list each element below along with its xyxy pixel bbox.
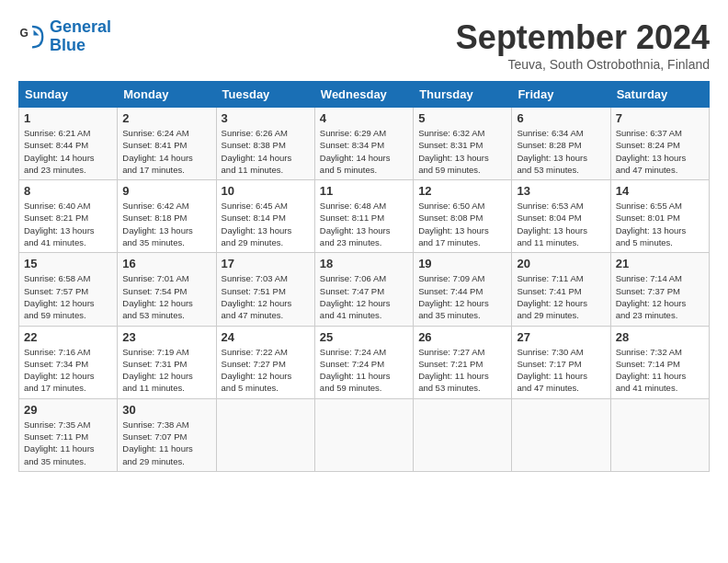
calendar-cell [216,398,314,471]
weekday-header-monday: Monday [118,82,216,108]
day-number: 15 [24,257,112,270]
calendar-cell: 11Sunrise: 6:48 AM Sunset: 8:11 PM Dayli… [314,180,413,253]
day-info: Sunrise: 7:06 AM Sunset: 7:47 PM Dayligh… [320,272,408,321]
day-info: Sunrise: 6:40 AM Sunset: 8:21 PM Dayligh… [24,200,112,248]
header: G General Blue September 2024 Teuva, Sou… [18,18,710,72]
day-number: 16 [122,257,210,270]
logo: G General Blue [18,18,111,55]
day-info: Sunrise: 7:14 AM Sunset: 7:37 PM Dayligh… [616,272,704,321]
day-number: 4 [320,111,408,125]
day-number: 18 [320,257,408,270]
day-info: Sunrise: 6:29 AM Sunset: 8:34 PM Dayligh… [320,127,408,176]
day-number: 19 [418,257,506,270]
calendar-cell: 8Sunrise: 6:40 AM Sunset: 8:21 PM Daylig… [19,180,118,253]
day-info: Sunrise: 7:01 AM Sunset: 7:54 PM Dayligh… [122,272,210,321]
day-number: 24 [222,330,310,344]
calendar-cell: 4Sunrise: 6:29 AM Sunset: 8:34 PM Daylig… [314,108,413,180]
day-info: Sunrise: 7:35 AM Sunset: 7:11 PM Dayligh… [24,419,112,467]
day-number: 6 [517,111,605,125]
day-number: 22 [24,330,112,344]
day-number: 3 [222,111,310,125]
day-number: 29 [24,403,112,417]
calendar-cell [610,398,709,471]
calendar-cell: 9Sunrise: 6:42 AM Sunset: 8:18 PM Daylig… [118,180,216,253]
day-info: Sunrise: 6:50 AM Sunset: 8:08 PM Dayligh… [418,200,506,248]
day-number: 10 [222,184,310,198]
weekday-header-friday: Friday [512,82,610,108]
calendar-cell: 5Sunrise: 6:32 AM Sunset: 8:31 PM Daylig… [414,108,512,180]
calendar-cell: 18Sunrise: 7:06 AM Sunset: 7:47 PM Dayli… [314,253,413,326]
day-info: Sunrise: 7:38 AM Sunset: 7:07 PM Dayligh… [122,419,210,467]
day-info: Sunrise: 7:11 AM Sunset: 7:41 PM Dayligh… [517,272,605,321]
day-info: Sunrise: 6:37 AM Sunset: 8:24 PM Dayligh… [616,127,704,176]
logo-text: General Blue [50,18,111,55]
calendar-header: SundayMondayTuesdayWednesdayThursdayFrid… [19,82,710,108]
calendar-cell: 3Sunrise: 6:26 AM Sunset: 8:38 PM Daylig… [216,108,314,180]
day-info: Sunrise: 6:34 AM Sunset: 8:28 PM Dayligh… [517,127,605,176]
calendar-cell: 1Sunrise: 6:21 AM Sunset: 8:44 PM Daylig… [19,108,118,180]
day-info: Sunrise: 6:21 AM Sunset: 8:44 PM Dayligh… [24,127,112,176]
day-info: Sunrise: 6:45 AM Sunset: 8:14 PM Dayligh… [222,200,310,248]
day-info: Sunrise: 6:53 AM Sunset: 8:04 PM Dayligh… [517,200,605,248]
weekday-header-tuesday: Tuesday [216,82,314,108]
calendar-cell: 30Sunrise: 7:38 AM Sunset: 7:07 PM Dayli… [118,398,216,471]
day-number: 30 [122,403,210,417]
day-info: Sunrise: 7:03 AM Sunset: 7:51 PM Dayligh… [222,272,310,321]
calendar-cell: 22Sunrise: 7:16 AM Sunset: 7:34 PM Dayli… [19,326,118,398]
day-info: Sunrise: 7:32 AM Sunset: 7:14 PM Dayligh… [616,346,704,395]
calendar-week-3: 15Sunrise: 6:58 AM Sunset: 7:57 PM Dayli… [19,253,710,326]
day-info: Sunrise: 6:58 AM Sunset: 7:57 PM Dayligh… [24,272,112,321]
day-number: 5 [418,111,506,125]
day-info: Sunrise: 6:26 AM Sunset: 8:38 PM Dayligh… [222,127,310,176]
calendar-cell: 16Sunrise: 7:01 AM Sunset: 7:54 PM Dayli… [118,253,216,326]
day-number: 23 [122,330,210,344]
day-number: 25 [320,330,408,344]
day-number: 7 [616,111,704,125]
day-number: 20 [517,257,605,270]
calendar-cell [414,398,512,471]
weekday-header-saturday: Saturday [610,82,709,108]
day-number: 9 [122,184,210,198]
day-number: 14 [616,184,704,198]
month-title: September 2024 [456,18,710,57]
day-info: Sunrise: 6:24 AM Sunset: 8:41 PM Dayligh… [122,127,210,176]
calendar-cell: 24Sunrise: 7:22 AM Sunset: 7:27 PM Dayli… [216,326,314,398]
day-info: Sunrise: 6:32 AM Sunset: 8:31 PM Dayligh… [418,127,506,176]
location-title: Teuva, South Ostrobothnia, Finland [456,57,710,72]
day-info: Sunrise: 7:09 AM Sunset: 7:44 PM Dayligh… [418,272,506,321]
calendar-cell: 7Sunrise: 6:37 AM Sunset: 8:24 PM Daylig… [610,108,709,180]
calendar-week-2: 8Sunrise: 6:40 AM Sunset: 8:21 PM Daylig… [19,180,710,253]
day-number: 27 [517,330,605,344]
calendar-cell: 27Sunrise: 7:30 AM Sunset: 7:17 PM Dayli… [512,326,610,398]
day-info: Sunrise: 7:22 AM Sunset: 7:27 PM Dayligh… [222,346,310,395]
calendar-cell [512,398,610,471]
calendar-cell: 15Sunrise: 6:58 AM Sunset: 7:57 PM Dayli… [19,253,118,326]
day-number: 28 [616,330,704,344]
svg-text:G: G [20,27,28,40]
calendar-cell: 28Sunrise: 7:32 AM Sunset: 7:14 PM Dayli… [610,326,709,398]
day-info: Sunrise: 7:24 AM Sunset: 7:24 PM Dayligh… [320,346,408,395]
calendar-cell: 14Sunrise: 6:55 AM Sunset: 8:01 PM Dayli… [610,180,709,253]
day-info: Sunrise: 7:19 AM Sunset: 7:31 PM Dayligh… [122,346,210,395]
calendar-week-1: 1Sunrise: 6:21 AM Sunset: 8:44 PM Daylig… [19,108,710,180]
weekday-header-wednesday: Wednesday [314,82,413,108]
day-number: 2 [122,111,210,125]
day-info: Sunrise: 7:16 AM Sunset: 7:34 PM Dayligh… [24,346,112,395]
day-number: 21 [616,257,704,270]
calendar-week-5: 29Sunrise: 7:35 AM Sunset: 7:11 PM Dayli… [19,398,710,471]
calendar-week-4: 22Sunrise: 7:16 AM Sunset: 7:34 PM Dayli… [19,326,710,398]
calendar-cell: 2Sunrise: 6:24 AM Sunset: 8:41 PM Daylig… [118,108,216,180]
calendar-cell: 26Sunrise: 7:27 AM Sunset: 7:21 PM Dayli… [414,326,512,398]
day-number: 12 [418,184,506,198]
calendar-cell: 13Sunrise: 6:53 AM Sunset: 8:04 PM Dayli… [512,180,610,253]
day-info: Sunrise: 6:55 AM Sunset: 8:01 PM Dayligh… [616,200,704,248]
calendar-table: SundayMondayTuesdayWednesdayThursdayFrid… [18,81,710,472]
day-number: 11 [320,184,408,198]
calendar-cell: 29Sunrise: 7:35 AM Sunset: 7:11 PM Dayli… [19,398,118,471]
day-number: 26 [418,330,506,344]
calendar-cell: 23Sunrise: 7:19 AM Sunset: 7:31 PM Dayli… [118,326,216,398]
calendar-cell: 20Sunrise: 7:11 AM Sunset: 7:41 PM Dayli… [512,253,610,326]
calendar-cell: 6Sunrise: 6:34 AM Sunset: 8:28 PM Daylig… [512,108,610,180]
day-number: 1 [24,111,112,125]
day-number: 17 [222,257,310,270]
